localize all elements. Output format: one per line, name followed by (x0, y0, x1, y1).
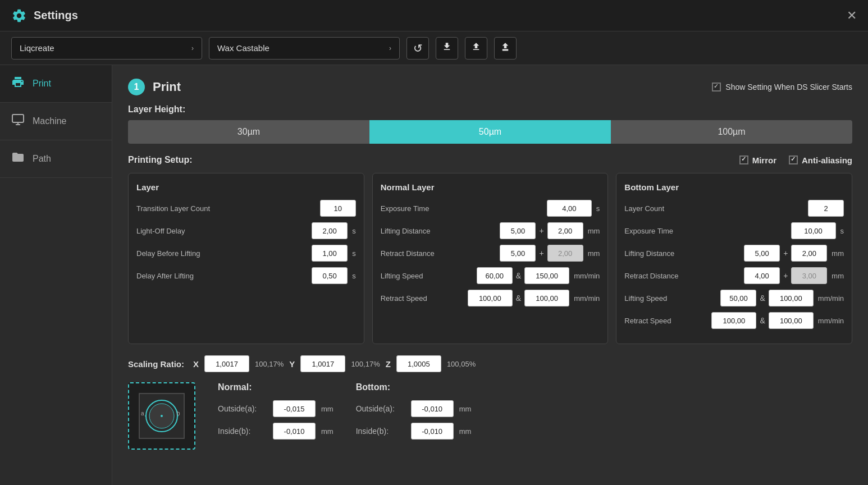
manufacturer-dropdown[interactable]: Liqcreate › (11, 37, 202, 60)
antialiasing-checkbox[interactable] (789, 155, 798, 164)
gear-icon (11, 8, 27, 24)
import-button[interactable] (436, 37, 458, 60)
nl-lifting-speed-input2[interactable] (524, 267, 569, 284)
export2-button[interactable] (494, 37, 517, 60)
section-title-group: 1 Print (128, 79, 181, 95)
bl-count-row: Layer Count (624, 200, 844, 217)
sidebar: Print Machine Path (0, 65, 112, 485)
sidebar-path-label: Path (33, 154, 51, 164)
printing-setup-title: Printing Setup: (128, 155, 193, 165)
nl-lifting-speed-label: Lifting Speed (381, 272, 473, 280)
mirror-label[interactable]: Mirror (739, 155, 776, 165)
bl-exposure-input[interactable] (791, 222, 836, 239)
bl-exposure-row: Exposure Time s (624, 222, 844, 239)
scaling-x-label: X (193, 359, 199, 369)
delay-after-label: Delay After Lifting (136, 272, 308, 280)
normal-inside-row: Inside(b): mm (218, 423, 334, 440)
normal-outside-input[interactable] (273, 400, 316, 417)
scaling-row: Scaling Ratio: X 100,17% Y 100,17% Z 100… (128, 355, 852, 372)
delay-before-unit: s (352, 249, 356, 258)
sidebar-item-print[interactable]: Print (0, 65, 112, 103)
nl-retract-dist-label: Retract Distance (381, 249, 497, 258)
normal-layer-card: Normal Layer Exposure Time s Lifting Dis… (372, 173, 609, 344)
app-title: Settings (34, 9, 78, 22)
layer-card: Layer Transition Layer Count Light-Off D… (128, 173, 364, 344)
nl-exposure-input[interactable] (547, 200, 592, 217)
bl-retract-dist-input1[interactable] (744, 267, 780, 284)
delay-after-input[interactable] (312, 267, 348, 284)
normal-outside-label: Outside(a): (218, 404, 268, 413)
delay-before-input[interactable] (312, 245, 348, 262)
lh-50um[interactable]: 50µm (369, 120, 611, 144)
bl-lifting-dist-unit: mm (832, 249, 844, 258)
layer-lightoff-row: Light-Off Delay s (136, 222, 356, 239)
nl-lifting-dist-input1[interactable] (500, 222, 536, 239)
svg-point-9 (161, 415, 163, 417)
nl-retract-dist-input1[interactable] (500, 245, 536, 262)
bottom-outside-input[interactable] (411, 400, 454, 417)
bl-lifting-dist-input2[interactable] (791, 245, 827, 262)
bl-retract-dist-input2[interactable] (791, 267, 827, 284)
normal-inside-input[interactable] (273, 423, 316, 440)
nl-lifting-speed-row: Lifting Speed & mm/min (381, 267, 600, 284)
nl-retract-speed-input1[interactable] (468, 290, 513, 306)
lh-100um[interactable]: 100µm (611, 120, 852, 144)
bottom-inside-input[interactable] (411, 423, 454, 440)
scaling-z-input[interactable] (396, 355, 441, 372)
bl-retract-speed-input1[interactable] (711, 312, 756, 329)
section-header: 1 Print Show Setting When DS Slicer Star… (128, 79, 852, 95)
compensation-diagram: a b (128, 382, 195, 450)
lightoff-input[interactable] (312, 222, 348, 239)
nl-retract-speed-input2[interactable] (524, 290, 569, 306)
reset-button[interactable]: ↺ (406, 37, 429, 60)
export-button[interactable] (465, 37, 487, 60)
mirror-checkbox[interactable] (739, 155, 748, 164)
bl-lifting-speed-row: Lifting Speed & mm/min (624, 290, 844, 306)
nl-lifting-dist-input2[interactable] (547, 222, 583, 239)
material-arrow: › (389, 44, 391, 52)
layer-delay-after-row: Delay After Lifting s (136, 267, 356, 284)
normal-outside-row: Outside(a): mm (218, 400, 334, 417)
bl-retract-speed-label: Retract Speed (624, 317, 708, 325)
section-number: 1 (128, 79, 145, 95)
sidebar-item-path[interactable]: Path (0, 140, 112, 178)
bl-lifting-dist-input1[interactable] (744, 245, 780, 262)
show-setting-text: Show Setting When DS Slicer Starts (725, 83, 852, 91)
manufacturer-arrow: › (191, 44, 194, 52)
scaling-y-input[interactable] (300, 355, 345, 372)
titlebar-left: Settings (11, 8, 78, 24)
export2-icon (500, 42, 510, 54)
bl-lifting-speed-input2[interactable] (769, 290, 814, 306)
close-button[interactable]: ✕ (847, 8, 857, 23)
show-setting-checkbox[interactable] (712, 83, 721, 91)
nl-lifting-speed-input1[interactable] (477, 267, 513, 284)
bl-lifting-speed-amp: & (760, 294, 765, 303)
bl-retract-speed-input2[interactable] (769, 312, 814, 329)
scaling-x-input[interactable] (204, 355, 249, 372)
bottom-inside-unit: mm (459, 427, 472, 436)
bottom-outside-unit: mm (459, 405, 472, 413)
section-title: Print (153, 80, 181, 94)
bl-retract-plus: + (783, 271, 788, 280)
path-icon (11, 150, 25, 167)
bl-count-input[interactable] (808, 200, 844, 217)
machine-icon (11, 113, 25, 130)
layer-card-title: Layer (136, 182, 356, 192)
transition-layer-label: Transition Layer Count (136, 204, 317, 213)
svg-rect-0 (502, 50, 509, 51)
material-dropdown[interactable]: Wax Castable › (209, 37, 400, 60)
bottom-outside-row: Outside(a): mm (356, 400, 472, 417)
antialiasing-label[interactable]: Anti-aliasing (789, 155, 852, 165)
lh-30um[interactable]: 30µm (128, 120, 369, 144)
bl-lifting-speed-unit: mm/min (818, 294, 844, 303)
normal-layer-card-title: Normal Layer (381, 182, 600, 192)
bottom-inside-row: Inside(b): mm (356, 423, 472, 440)
transition-layer-input[interactable] (320, 200, 356, 217)
bl-lifting-dist-row: Lifting Distance + mm (624, 245, 844, 262)
sidebar-item-machine[interactable]: Machine (0, 103, 112, 140)
bottom-layer-card: Bottom Layer Layer Count Exposure Time s… (616, 173, 852, 344)
reset-icon: ↺ (413, 42, 423, 55)
scaling-x-pct: 100,17% (255, 360, 284, 368)
bl-lifting-speed-input1[interactable] (720, 290, 756, 306)
nl-retract-dist-input2[interactable] (547, 245, 583, 262)
